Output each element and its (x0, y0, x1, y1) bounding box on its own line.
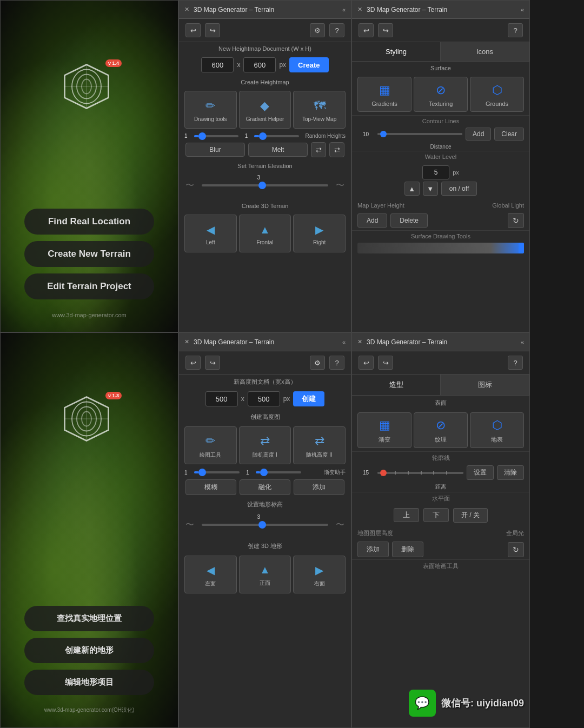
frontal-view-btn-zh[interactable]: ▲ 正面 (239, 556, 291, 593)
shuffle-btn1[interactable]: ⇄ (311, 142, 326, 157)
drawing-bar[interactable] (357, 243, 524, 253)
find-location-btn-zh[interactable]: 查找真实地理位置 (24, 606, 154, 631)
expand-btn-p6[interactable]: « (521, 339, 524, 345)
delete-layer-btn-zh[interactable]: 删除 (392, 542, 423, 557)
fwd-btn-p3[interactable]: ↪ (378, 23, 393, 37)
close-btn-p2[interactable]: ✕ (184, 6, 189, 13)
splash-buttons-zh: 查找真实地理位置 创建新的地形 编辑地形项目 (24, 606, 154, 695)
drawing-tools-btn-zh[interactable]: ✏ 绘图工具 (184, 426, 237, 464)
set-contour-btn-zh[interactable]: 设置 (467, 465, 494, 480)
gradients-btn-zh[interactable]: ▦ 渐变 (357, 412, 412, 448)
fwd-btn-p6[interactable]: ↪ (378, 356, 393, 370)
add-contour-btn[interactable]: Add (466, 128, 491, 141)
help-btn-p6[interactable]: ? (508, 356, 523, 370)
create-heightmap-btn[interactable]: Create (289, 57, 328, 72)
add-layer-btn-zh[interactable]: 添加 (357, 542, 389, 557)
toolbar-p5: ↩ ↪ ⚙ ? (179, 351, 351, 375)
redo-btn-p5[interactable]: ↪ (205, 356, 220, 370)
settings-btn-p5[interactable]: ⚙ (310, 356, 325, 370)
refresh-btn-zh[interactable]: ↻ (508, 542, 524, 557)
expand-btn-p2[interactable]: « (342, 6, 346, 13)
grounds-btn[interactable]: ⬡ Grounds (470, 77, 524, 112)
elevation-track[interactable]: 3 (202, 184, 328, 186)
undo-btn[interactable]: ↩ (185, 23, 201, 37)
elevation-track-zh[interactable]: 3 (202, 524, 328, 526)
drawing-handle[interactable] (519, 243, 524, 253)
water-up-btn[interactable]: ▲ (404, 182, 420, 196)
melt-btn[interactable]: Melt (248, 143, 308, 157)
on-off-btn-zh[interactable]: 开 / 关 (453, 508, 488, 523)
elevation-thumb[interactable] (258, 182, 266, 189)
right-view-btn[interactable]: ▶ Right (293, 215, 346, 252)
delete-layer-btn[interactable]: Delete (390, 213, 428, 228)
texturing-btn[interactable]: ⊘ Texturing (414, 77, 468, 112)
back-btn-p6[interactable]: ↩ (359, 356, 374, 370)
help-btn-p5[interactable]: ? (329, 356, 344, 370)
slider1-val-zh: 1 (184, 470, 188, 476)
frontal-view-btn[interactable]: ▲ Frontal (239, 215, 291, 252)
edit-terrain-btn-zh[interactable]: 编辑地形项目 (24, 670, 154, 695)
elevation-thumb-zh[interactable] (258, 521, 266, 529)
blur-melt-row-zh: 模糊 融化 添加 (179, 477, 351, 497)
contour-slider-zh[interactable] (377, 472, 463, 474)
texturing-btn-zh[interactable]: ⊘ 纹理 (414, 412, 468, 448)
slider1-track[interactable] (194, 135, 238, 137)
edit-terrain-btn[interactable]: Edit Terrain Project (24, 273, 154, 299)
close-btn-p3[interactable]: ✕ (357, 6, 362, 13)
expand-btn-p3[interactable]: « (521, 6, 524, 13)
tab-icons[interactable]: Icons (441, 42, 529, 61)
shuffle-btn2[interactable]: ⇄ (329, 142, 344, 157)
create-btn-zh[interactable]: 创建 (293, 391, 324, 406)
melt-btn-zh[interactable]: 融化 (240, 479, 290, 495)
right-view-btn-zh[interactable]: ▶ 右面 (293, 556, 346, 593)
drawing-tools-btn[interactable]: ✏ Drawing tools (184, 91, 237, 129)
down-btn-zh[interactable]: 下 (423, 508, 449, 522)
up-btn-zh[interactable]: 上 (394, 508, 419, 522)
tab-styling[interactable]: Styling (352, 42, 441, 61)
undo-btn-p5[interactable]: ↩ (185, 356, 201, 370)
water-down-btn[interactable]: ▼ (423, 182, 438, 196)
clear-contour-btn[interactable]: Clear (494, 128, 524, 141)
create-terrain-btn[interactable]: Create New Terrain (24, 241, 154, 267)
random-height1-btn[interactable]: ⇄ 随机高度 I (239, 426, 291, 464)
gradient-helper-btn[interactable]: ◆ Gradient Helper (239, 91, 291, 129)
create-terrain-btn-zh[interactable]: 创建新的地形 (24, 638, 154, 663)
melt-slider-zh[interactable] (256, 471, 301, 473)
back-btn-p3[interactable]: ↩ (359, 23, 374, 37)
on-off-btn[interactable]: on / off (441, 182, 477, 196)
topview-map-btn[interactable]: 🗺 Top-View Map (293, 91, 346, 129)
find-location-btn[interactable]: Find Real Location (24, 209, 154, 235)
gradients-btn[interactable]: ▦ Gradients (357, 77, 412, 112)
tab-icons-zh[interactable]: 图标 (441, 375, 529, 395)
height-input[interactable] (243, 57, 276, 72)
help-btn[interactable]: ? (329, 23, 344, 37)
blur-btn[interactable]: Blur (185, 143, 245, 157)
blur-btn-zh[interactable]: 模糊 (185, 479, 236, 495)
slider2-track[interactable] (254, 135, 298, 137)
clear-contour-btn-zh[interactable]: 清除 (497, 465, 524, 480)
close-btn-p5[interactable]: ✕ (184, 338, 189, 345)
tab-styling-zh[interactable]: 造型 (352, 375, 441, 395)
gradients-icon-zh: ▦ (379, 418, 390, 432)
help-btn-p3[interactable]: ? (508, 23, 523, 37)
width-input-zh[interactable] (205, 391, 238, 406)
left-arrow-zh: ◀ (207, 564, 215, 577)
expand-btn-p5[interactable]: « (342, 339, 346, 345)
title-p3: 3D Map Generator – Terrain (367, 6, 447, 14)
add-layer-btn[interactable]: Add (357, 213, 387, 228)
close-btn-p6[interactable]: ✕ (357, 338, 362, 345)
refresh-btn[interactable]: ↻ (508, 213, 524, 228)
grounds-btn-zh[interactable]: ⬡ 地表 (470, 412, 524, 448)
random-height2-btn[interactable]: ⇄ 随机高度 II (293, 426, 346, 464)
water-val-input[interactable] (422, 165, 449, 179)
settings-btn[interactable]: ⚙ (310, 23, 325, 37)
redo-btn[interactable]: ↪ (205, 23, 220, 37)
width-input[interactable] (201, 57, 234, 72)
gradients-label-zh: 渐变 (379, 436, 390, 444)
add-btn-zh[interactable]: 添加 (294, 479, 344, 495)
left-view-btn[interactable]: ◀ Left (184, 215, 237, 252)
left-view-btn-zh[interactable]: ◀ 左面 (184, 556, 237, 593)
blur-slider-zh[interactable] (194, 471, 240, 473)
contour-slider[interactable] (377, 133, 462, 135)
height-input-zh[interactable] (248, 391, 280, 406)
